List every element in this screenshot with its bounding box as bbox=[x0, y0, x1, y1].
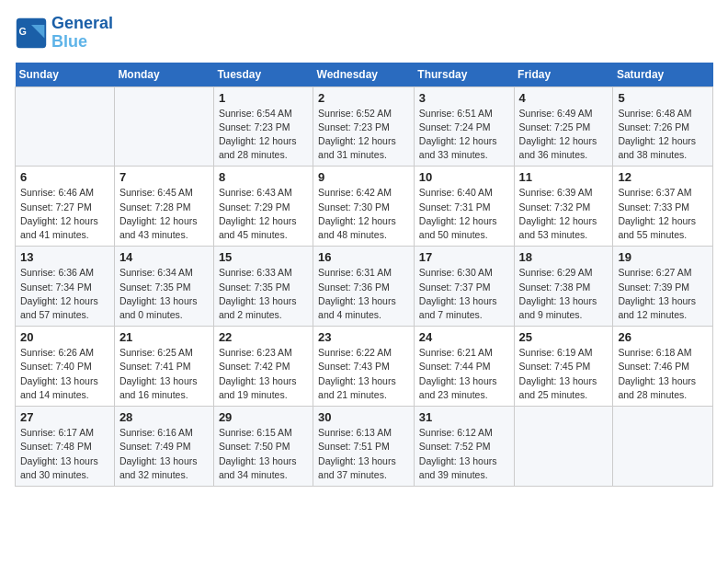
day-number: 28 bbox=[119, 410, 209, 424]
day-info: Sunrise: 6:54 AMSunset: 7:23 PMDaylight:… bbox=[219, 107, 308, 163]
day-number: 31 bbox=[419, 410, 509, 424]
day-number: 26 bbox=[618, 330, 708, 344]
svg-text:G: G bbox=[19, 26, 27, 37]
calendar-week-row: 27Sunrise: 6:17 AMSunset: 7:48 PMDayligh… bbox=[16, 407, 713, 487]
day-number: 15 bbox=[219, 250, 308, 264]
day-number: 23 bbox=[318, 330, 409, 344]
day-number: 3 bbox=[419, 91, 509, 105]
day-info: Sunrise: 6:46 AMSunset: 7:27 PMDaylight:… bbox=[20, 186, 109, 242]
calendar-cell: 31Sunrise: 6:12 AMSunset: 7:52 PMDayligh… bbox=[414, 407, 514, 487]
calendar-cell bbox=[114, 86, 213, 167]
calendar-cell: 14Sunrise: 6:34 AMSunset: 7:35 PMDayligh… bbox=[114, 247, 213, 327]
calendar-cell: 25Sunrise: 6:19 AMSunset: 7:45 PMDayligh… bbox=[514, 327, 613, 407]
calendar-cell: 17Sunrise: 6:30 AMSunset: 7:37 PMDayligh… bbox=[414, 247, 514, 327]
day-number: 5 bbox=[618, 91, 708, 105]
calendar-cell: 22Sunrise: 6:23 AMSunset: 7:42 PMDayligh… bbox=[213, 327, 313, 407]
calendar-week-row: 1Sunrise: 6:54 AMSunset: 7:23 PMDaylight… bbox=[16, 86, 713, 167]
calendar-week-row: 6Sunrise: 6:46 AMSunset: 7:27 PMDaylight… bbox=[16, 167, 713, 247]
day-header-monday: Monday bbox=[114, 63, 213, 87]
calendar-cell: 11Sunrise: 6:39 AMSunset: 7:32 PMDayligh… bbox=[514, 167, 613, 247]
day-info: Sunrise: 6:19 AMSunset: 7:45 PMDaylight:… bbox=[519, 346, 609, 402]
calendar-cell: 24Sunrise: 6:21 AMSunset: 7:44 PMDayligh… bbox=[414, 327, 514, 407]
day-header-thursday: Thursday bbox=[414, 63, 514, 87]
calendar-week-row: 20Sunrise: 6:26 AMSunset: 7:40 PMDayligh… bbox=[16, 327, 713, 407]
calendar-cell: 30Sunrise: 6:13 AMSunset: 7:51 PMDayligh… bbox=[313, 407, 415, 487]
day-info: Sunrise: 6:13 AMSunset: 7:51 PMDaylight:… bbox=[318, 426, 409, 482]
day-info: Sunrise: 6:22 AMSunset: 7:43 PMDaylight:… bbox=[318, 346, 409, 402]
day-info: Sunrise: 6:27 AMSunset: 7:39 PMDaylight:… bbox=[618, 266, 708, 322]
day-number: 11 bbox=[519, 170, 609, 184]
logo-text: General Blue bbox=[51, 15, 113, 52]
day-info: Sunrise: 6:26 AMSunset: 7:40 PMDaylight:… bbox=[20, 346, 109, 402]
calendar-cell: 7Sunrise: 6:45 AMSunset: 7:28 PMDaylight… bbox=[114, 167, 213, 247]
day-info: Sunrise: 6:31 AMSunset: 7:36 PMDaylight:… bbox=[318, 266, 409, 322]
day-info: Sunrise: 6:16 AMSunset: 7:49 PMDaylight:… bbox=[119, 426, 209, 482]
day-header-wednesday: Wednesday bbox=[313, 63, 415, 87]
calendar-cell: 10Sunrise: 6:40 AMSunset: 7:31 PMDayligh… bbox=[414, 167, 514, 247]
day-info: Sunrise: 6:29 AMSunset: 7:38 PMDaylight:… bbox=[519, 266, 609, 322]
calendar-cell: 15Sunrise: 6:33 AMSunset: 7:35 PMDayligh… bbox=[213, 247, 313, 327]
calendar-week-row: 13Sunrise: 6:36 AMSunset: 7:34 PMDayligh… bbox=[16, 247, 713, 327]
day-info: Sunrise: 6:40 AMSunset: 7:31 PMDaylight:… bbox=[419, 186, 509, 242]
day-number: 24 bbox=[419, 330, 509, 344]
day-number: 17 bbox=[419, 250, 509, 264]
day-number: 7 bbox=[119, 170, 209, 184]
calendar-cell: 28Sunrise: 6:16 AMSunset: 7:49 PMDayligh… bbox=[114, 407, 213, 487]
day-header-friday: Friday bbox=[514, 63, 613, 87]
day-header-sunday: Sunday bbox=[16, 63, 115, 87]
calendar-cell bbox=[514, 407, 613, 487]
day-info: Sunrise: 6:21 AMSunset: 7:44 PMDaylight:… bbox=[419, 346, 509, 402]
calendar-cell: 5Sunrise: 6:48 AMSunset: 7:26 PMDaylight… bbox=[613, 86, 713, 167]
calendar-table: SundayMondayTuesdayWednesdayThursdayFrid… bbox=[15, 63, 713, 487]
day-info: Sunrise: 6:18 AMSunset: 7:46 PMDaylight:… bbox=[618, 346, 708, 402]
calendar-cell: 6Sunrise: 6:46 AMSunset: 7:27 PMDaylight… bbox=[16, 167, 115, 247]
calendar-cell: 19Sunrise: 6:27 AMSunset: 7:39 PMDayligh… bbox=[613, 247, 713, 327]
day-number: 27 bbox=[20, 410, 109, 424]
day-info: Sunrise: 6:39 AMSunset: 7:32 PMDaylight:… bbox=[519, 186, 609, 242]
day-number: 16 bbox=[318, 250, 409, 264]
calendar-cell: 26Sunrise: 6:18 AMSunset: 7:46 PMDayligh… bbox=[613, 327, 713, 407]
day-number: 14 bbox=[119, 250, 209, 264]
day-header-tuesday: Tuesday bbox=[213, 63, 313, 87]
logo: G General Blue bbox=[15, 15, 113, 52]
calendar-cell: 12Sunrise: 6:37 AMSunset: 7:33 PMDayligh… bbox=[613, 167, 713, 247]
calendar-cell: 3Sunrise: 6:51 AMSunset: 7:24 PMDaylight… bbox=[414, 86, 514, 167]
day-info: Sunrise: 6:12 AMSunset: 7:52 PMDaylight:… bbox=[419, 426, 509, 482]
calendar-cell: 20Sunrise: 6:26 AMSunset: 7:40 PMDayligh… bbox=[16, 327, 115, 407]
calendar-cell: 13Sunrise: 6:36 AMSunset: 7:34 PMDayligh… bbox=[16, 247, 115, 327]
day-info: Sunrise: 6:34 AMSunset: 7:35 PMDaylight:… bbox=[119, 266, 209, 322]
day-number: 12 bbox=[618, 170, 708, 184]
day-number: 8 bbox=[219, 170, 308, 184]
day-info: Sunrise: 6:25 AMSunset: 7:41 PMDaylight:… bbox=[119, 346, 209, 402]
day-number: 20 bbox=[20, 330, 109, 344]
day-header-saturday: Saturday bbox=[613, 63, 713, 87]
day-number: 6 bbox=[20, 170, 109, 184]
day-number: 25 bbox=[519, 330, 609, 344]
day-info: Sunrise: 6:43 AMSunset: 7:29 PMDaylight:… bbox=[219, 186, 308, 242]
day-info: Sunrise: 6:51 AMSunset: 7:24 PMDaylight:… bbox=[419, 107, 509, 163]
day-number: 9 bbox=[318, 170, 409, 184]
day-number: 30 bbox=[318, 410, 409, 424]
day-number: 29 bbox=[219, 410, 308, 424]
calendar-cell: 29Sunrise: 6:15 AMSunset: 7:50 PMDayligh… bbox=[213, 407, 313, 487]
calendar-cell bbox=[16, 86, 115, 167]
calendar-cell: 9Sunrise: 6:42 AMSunset: 7:30 PMDaylight… bbox=[313, 167, 415, 247]
calendar-cell bbox=[613, 407, 713, 487]
day-info: Sunrise: 6:17 AMSunset: 7:48 PMDaylight:… bbox=[20, 426, 109, 482]
day-info: Sunrise: 6:36 AMSunset: 7:34 PMDaylight:… bbox=[20, 266, 109, 322]
day-number: 18 bbox=[519, 250, 609, 264]
calendar-cell: 23Sunrise: 6:22 AMSunset: 7:43 PMDayligh… bbox=[313, 327, 415, 407]
day-number: 19 bbox=[618, 250, 708, 264]
day-number: 13 bbox=[20, 250, 109, 264]
calendar-cell: 2Sunrise: 6:52 AMSunset: 7:23 PMDaylight… bbox=[313, 86, 415, 167]
day-info: Sunrise: 6:52 AMSunset: 7:23 PMDaylight:… bbox=[318, 107, 409, 163]
day-number: 4 bbox=[519, 91, 609, 105]
calendar-cell: 1Sunrise: 6:54 AMSunset: 7:23 PMDaylight… bbox=[213, 86, 313, 167]
day-number: 21 bbox=[119, 330, 209, 344]
day-info: Sunrise: 6:23 AMSunset: 7:42 PMDaylight:… bbox=[219, 346, 308, 402]
calendar-cell: 8Sunrise: 6:43 AMSunset: 7:29 PMDaylight… bbox=[213, 167, 313, 247]
logo-icon: G bbox=[15, 17, 48, 50]
day-info: Sunrise: 6:30 AMSunset: 7:37 PMDaylight:… bbox=[419, 266, 509, 322]
calendar-cell: 27Sunrise: 6:17 AMSunset: 7:48 PMDayligh… bbox=[16, 407, 115, 487]
day-number: 2 bbox=[318, 91, 409, 105]
